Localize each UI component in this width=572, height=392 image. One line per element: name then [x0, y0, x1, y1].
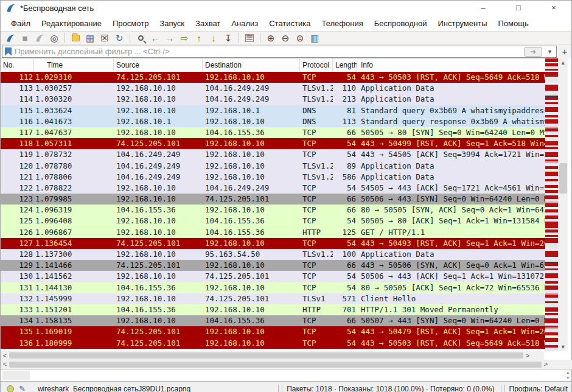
maximize-button[interactable]: □ [501, 1, 536, 15]
column-header-protocol[interactable]: Protocol [300, 59, 333, 72]
cell-protocol: TCP [300, 271, 333, 282]
packet-row-131[interactable]: 1311.144130104.16.155.36192.168.10.10TCP… [1, 282, 545, 293]
auto-scroll-icon[interactable]: ↧ [221, 32, 235, 44]
cell-info: Standard query 0x3b69 A whatismyipaddres… [357, 105, 545, 116]
cell-info: 50507 → 443 [SYN] Seq=0 Win=64240 Len=0 … [357, 315, 545, 326]
zoom-reset-icon[interactable]: ⊜ [293, 32, 307, 44]
intelligent-scrollbar-minimap[interactable] [545, 58, 558, 351]
apply-filter-button[interactable]: ➜ [524, 47, 542, 57]
resize-columns-icon[interactable]: ▥ [307, 32, 322, 44]
column-header-source[interactable]: Source [114, 59, 203, 72]
menu-item-9[interactable]: Беспроводной [369, 17, 433, 30]
packet-row-133[interactable]: 1331.151201104.16.155.36192.168.10.10HTT… [1, 304, 545, 315]
menu-item-1[interactable]: Файл [5, 17, 36, 30]
scroll-left-icon[interactable]: < [1, 360, 9, 368]
menu-item-6[interactable]: Анализ [226, 17, 263, 30]
go-first-icon[interactable]: ↑ [192, 32, 206, 44]
packet-row-118[interactable]: 1181.05731174.125.205.101192.168.10.10TC… [1, 138, 545, 149]
go-last-icon[interactable]: ↓ [206, 32, 221, 44]
vertical-scrollbar[interactable]: ▲ ▼ [558, 58, 568, 351]
packet-row-115[interactable]: 1151.033624192.168.10.10192.168.10.1DNS8… [1, 105, 545, 116]
scroll-up-icon[interactable]: ▲ [558, 60, 568, 66]
packet-row-123[interactable]: 1231.079985192.168.10.1074.125.205.101TC… [1, 194, 545, 205]
filter-dropdown-icon[interactable]: ▼ [543, 49, 556, 55]
open-file-icon[interactable] [68, 32, 83, 44]
close-button[interactable]: × [536, 1, 571, 15]
cell-length: 213 [333, 94, 357, 105]
expert-info-icon[interactable] [7, 385, 14, 392]
restart-capture-icon[interactable] [32, 32, 47, 44]
close-file-icon[interactable]: ☒ [97, 32, 112, 44]
bookmark-icon[interactable] [5, 47, 12, 56]
column-header-no[interactable]: No. [1, 59, 34, 72]
packet-row-121[interactable]: 1211.078806104.16.249.249192.168.10.10TL… [1, 172, 545, 183]
pane-scroll-icons[interactable]: ▴▾ [567, 369, 569, 380]
packet-row-125[interactable]: 1251.096408192.168.10.10104.16.155.36TCP… [1, 215, 545, 226]
cell-no: 115 [1, 105, 34, 116]
find-packet-icon[interactable] [133, 32, 148, 44]
packet-row-134[interactable]: 1341.158135192.168.10.10104.16.155.36TCP… [1, 315, 545, 326]
packet-row-129[interactable]: 1291.14146674.125.205.101192.168.10.10TC… [1, 260, 545, 271]
toolbar-separator [260, 33, 260, 43]
packet-row-128[interactable]: 1281.137300192.168.10.1095.163.54.50TLSv… [1, 249, 545, 260]
menu-item-3[interactable]: Просмотр [107, 17, 154, 30]
scroll-right-icon[interactable]: > [542, 360, 550, 368]
packet-row-130[interactable]: 1301.141562192.168.10.1074.125.205.101TC… [1, 271, 545, 282]
packet-row-117[interactable]: 1171.047637192.168.10.10104.16.155.36TCP… [1, 127, 545, 138]
stop-capture-icon[interactable]: ■ [18, 32, 32, 44]
packet-row-136[interactable]: 1361.18099974.125.205.101192.168.10.10TC… [1, 338, 545, 349]
cell-time: 1.078732 [34, 149, 114, 160]
go-to-packet-icon[interactable]: ⇨ [177, 32, 192, 44]
cell-time: 1.136454 [34, 238, 114, 249]
hscrollbar-thumb[interactable] [9, 352, 523, 359]
capture-comment-icon[interactable]: ✎ [19, 384, 26, 392]
menu-item-4[interactable]: Запуск [154, 17, 190, 30]
zoom-in-icon[interactable]: ⊕ [263, 32, 278, 44]
packet-row-122[interactable]: 1221.078822192.168.10.10104.16.249.249TC… [1, 183, 545, 194]
cell-info: Client Hello [357, 293, 545, 304]
packet-row-116[interactable]: 1161.041673192.168.10.1192.168.10.10DNS1… [1, 116, 545, 127]
packet-row-120[interactable]: 1201.078780104.16.249.249192.168.10.10TL… [1, 161, 545, 172]
column-header-length[interactable]: Length [333, 59, 357, 72]
start-capture-icon[interactable] [3, 32, 18, 44]
hscrollbar-thumb[interactable] [9, 362, 542, 368]
save-file-icon[interactable]: ▦ [83, 32, 97, 44]
zoom-out-icon[interactable]: ⊖ [278, 32, 293, 44]
packet-row-119[interactable]: 1191.078732104.16.249.249192.168.10.10TC… [1, 149, 545, 160]
packet-row-113[interactable]: 1131.030257192.168.10.10104.16.249.249TL… [1, 83, 545, 94]
minimize-button[interactable]: – [466, 1, 501, 15]
capture-options-icon[interactable]: ◎ [47, 32, 61, 44]
add-filter-button[interactable]: + [559, 46, 570, 57]
cell-length: 54 [333, 138, 357, 149]
display-filter-input[interactable] [15, 46, 524, 57]
scroll-left-icon[interactable]: < [1, 352, 9, 360]
packet-row-124[interactable]: 1241.096319104.16.155.36192.168.10.10TCP… [1, 205, 545, 215]
menu-item-7[interactable]: Статистика [263, 17, 316, 30]
menu-item-11[interactable]: Помощь [493, 17, 534, 30]
scroll-right-icon[interactable]: > [523, 352, 532, 360]
menu-item-5[interactable]: Захват [190, 17, 226, 30]
column-header-destination[interactable]: Destination [203, 59, 300, 72]
secondary-hscrollbar[interactable]: < > [1, 360, 572, 369]
packet-row-126[interactable]: 1261.096867192.168.10.10104.16.155.36HTT… [1, 227, 545, 238]
go-forward-icon[interactable]: → [162, 32, 177, 44]
menu-item-2[interactable]: Редактирование [36, 17, 107, 30]
packet-row-114[interactable]: 1141.030320192.168.10.10104.16.249.249TL… [1, 94, 545, 105]
packet-row-127[interactable]: 1271.13645474.125.205.101192.168.10.10TC… [1, 238, 545, 249]
packet-row-132[interactable]: 1321.145999192.168.10.1074.125.205.101TL… [1, 293, 545, 304]
cell-protocol: TCP [300, 338, 333, 349]
packet-row-135[interactable]: 1351.16901974.125.205.101192.168.10.10TC… [1, 326, 545, 337]
menu-item-8[interactable]: Телефония [316, 17, 368, 30]
cell-source: 104.16.155.36 [114, 205, 203, 215]
packet-list-hscrollbar[interactable]: < > [1, 351, 544, 360]
menu-item-10[interactable]: Инструменты [432, 17, 492, 30]
vertical-scrollbar-thumb[interactable] [559, 163, 567, 194]
column-header-time[interactable]: Time [34, 59, 114, 72]
colorize-icon[interactable] [242, 32, 257, 44]
column-header-info[interactable]: Info [357, 59, 545, 72]
packet-row-112[interactable]: 1121.02931074.125.205.101192.168.10.10TC… [1, 72, 545, 83]
cell-protocol: TCP [300, 183, 333, 194]
reload-file-icon[interactable]: ↻ [112, 32, 127, 44]
go-back-icon[interactable]: ← [148, 32, 162, 44]
scroll-down-icon[interactable]: ▼ [558, 344, 568, 350]
